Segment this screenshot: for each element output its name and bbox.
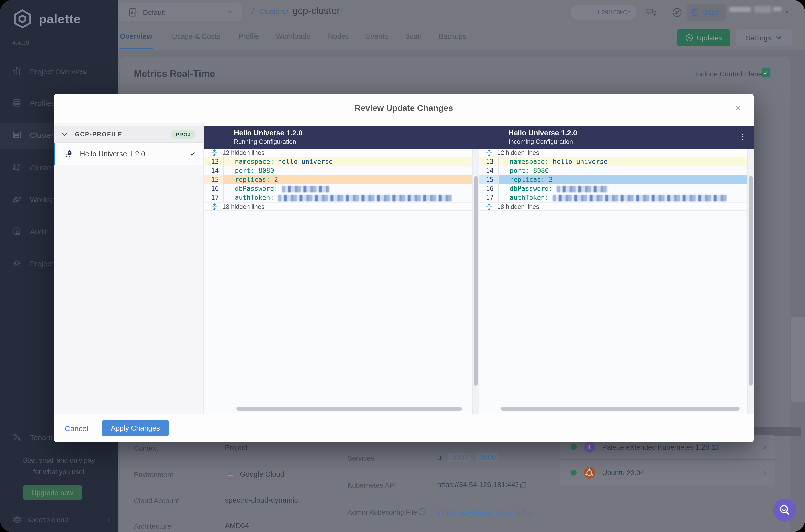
tab-scan[interactable]: Scan: [405, 25, 422, 48]
include-control-planes-label: Include Control Planes: [695, 70, 766, 78]
user-name-redacted: [773, 7, 782, 12]
user-name-redacted: [754, 6, 771, 13]
service-port-link[interactable]: :3000: [476, 453, 498, 461]
sidebar-item-project-overview[interactable]: Project Overview: [0, 63, 118, 79]
horizontal-scrollbar-thumb[interactable]: [236, 407, 462, 411]
settings-button[interactable]: Settings: [735, 30, 791, 46]
copy-button[interactable]: [518, 479, 529, 491]
hidden-lines-row[interactable]: 12 hidden lines: [204, 149, 472, 157]
logo-text: palette: [39, 12, 81, 26]
detail-label: Context: [134, 444, 158, 452]
project-selector[interactable]: Default: [119, 3, 242, 21]
tab-backups[interactable]: Backups: [439, 25, 466, 48]
updates-button[interactable]: Updates: [677, 30, 730, 46]
modal-title: Review Update Changes: [54, 103, 753, 113]
chevron-down-icon: [227, 10, 233, 14]
sidebar-item-label: Project Overview: [30, 67, 87, 76]
diff-line-16: 16dbPassword:: [479, 184, 747, 193]
gear-icon: [13, 259, 21, 268]
redacted-value: [278, 195, 452, 201]
copy-icon: [520, 481, 527, 489]
user-name-redacted: [729, 7, 751, 12]
kubeconfig-link[interactable]: admin.gcp-cluster.kubeconfig: [436, 508, 530, 516]
hidden-lines-row[interactable]: 18 hidden lines: [479, 202, 747, 211]
tab-workloads[interactable]: Workloads: [276, 25, 310, 48]
app-version: 4.4.19: [13, 39, 29, 46]
yaml-value: hello-universe: [553, 158, 607, 165]
vertical-scrollbar-thumb[interactable]: [749, 176, 752, 386]
bar-chart-icon: [13, 67, 21, 76]
chevron-down-icon: [62, 132, 68, 136]
modal-footer: Cancel Apply Changes: [54, 414, 753, 442]
modal-header: Review Update Changes ✕: [54, 94, 753, 124]
hidden-lines-row[interactable]: 18 hidden lines: [204, 202, 472, 211]
kubernetes-api-label: Kubernetes API: [347, 481, 396, 489]
rocket-icon: [64, 149, 74, 159]
compass-icon[interactable]: [672, 7, 682, 18]
svg-text:✳: ✳: [587, 443, 592, 451]
profile-group-header[interactable]: GCP-PROFILE PROJ: [54, 126, 203, 143]
service-port-link[interactable]: :8080: [448, 453, 470, 461]
kubernetes-api-value: https://34.54.126.181:443: [437, 480, 520, 489]
network-icon: [13, 163, 21, 172]
upgrade-promo: Start small and only pay for what you us…: [5, 455, 113, 478]
yaml-key: namespace:: [510, 158, 549, 165]
diff-line-14: 14port:8080: [204, 166, 472, 175]
brand-row: spectro cloud ‹: [12, 514, 110, 526]
diff-panes: 12 hidden lines 13namespace:hello-univer…: [204, 149, 753, 414]
tab-overview[interactable]: Overview: [120, 25, 152, 48]
apply-changes-button[interactable]: Apply Changes: [102, 420, 169, 436]
update-arrow-icon: [685, 34, 693, 42]
chat-icon[interactable]: [645, 7, 657, 18]
tab-nodes[interactable]: Nodes: [328, 25, 349, 48]
chevron-right-icon: ›: [763, 468, 766, 478]
yaml-key: dbPassword:: [235, 185, 278, 192]
topbar: Default / Clusters / gcp-cluster 1.29/10…: [118, 0, 805, 25]
horizontal-scrollbar-thumb[interactable]: [501, 407, 740, 411]
sidebar-collapse-icon[interactable]: ‹: [107, 514, 110, 525]
pane-subtitle: Incoming Configuration: [509, 138, 577, 146]
chevron-down-icon: [775, 36, 782, 40]
hidden-lines-row[interactable]: 12 hidden lines: [479, 149, 747, 157]
detail-label: Cloud Account: [134, 496, 179, 505]
diff-top-gap: [204, 124, 753, 126]
detail-label: Environment: [134, 471, 173, 478]
yaml-key: dbPassword:: [510, 185, 553, 192]
unfold-icon: [211, 203, 217, 210]
sidebar-item-label: Clusters: [30, 131, 57, 139]
yaml-value: 8080: [258, 167, 274, 174]
modal-body: GCP-PROFILE PROJ Hello Universe 1.2.0 ✓ …: [54, 124, 753, 414]
user-menu-chevron-icon[interactable]: ▾: [786, 9, 788, 16]
support-search-button[interactable]: [773, 498, 796, 521]
close-icon[interactable]: ✕: [734, 103, 742, 113]
hidden-lines-label: 12 hidden lines: [222, 149, 264, 156]
usage-meter: 1.29/100kCh: [570, 5, 637, 20]
promo-line-1: Start small and only pay: [5, 455, 113, 466]
include-control-planes-checkbox[interactable]: ✓: [762, 69, 770, 77]
brand-text: spectro cloud: [28, 516, 68, 523]
docs-button[interactable]: Docs: [687, 4, 726, 21]
pane-subtitle: Running Configuration: [234, 138, 302, 146]
upgrade-now-button[interactable]: Upgrade now: [23, 485, 82, 500]
profile-item-name: Hello Universe 1.2.0: [80, 150, 145, 158]
pack-row-ubuntu[interactable]: Ubuntu 22.04 ›: [560, 460, 775, 485]
metrics-title: Metrics Real-Time: [134, 69, 215, 79]
profile-item-hello-universe[interactable]: Hello Universe 1.2.0 ✓: [54, 143, 203, 165]
sidebar-item-label: Profiles: [30, 99, 55, 107]
tab-profile[interactable]: Profile: [238, 25, 259, 48]
kebab-menu-icon[interactable]: ⋮: [738, 132, 747, 141]
yaml-value: 2: [274, 176, 278, 183]
breadcrumb-clusters-link[interactable]: Clusters: [259, 7, 285, 16]
detail-value: Project: [225, 443, 247, 452]
cancel-button[interactable]: Cancel: [65, 424, 88, 432]
redacted-value: [282, 186, 329, 192]
yaml-key: port:: [235, 167, 254, 174]
profile-panel: GCP-PROFILE PROJ Hello Universe 1.2.0 ✓: [54, 124, 204, 414]
logo[interactable]: palette: [12, 8, 81, 30]
tab-events[interactable]: Events: [366, 25, 388, 48]
screen: palette 4.4.19 Project Overview Profiles…: [0, 0, 805, 532]
updates-label: Updates: [697, 34, 722, 42]
hidden-lines-label: 18 hidden lines: [497, 203, 539, 210]
tab-usage-costs[interactable]: Usage & Costs: [172, 25, 220, 48]
vertical-scrollbar-thumb[interactable]: [474, 176, 478, 386]
